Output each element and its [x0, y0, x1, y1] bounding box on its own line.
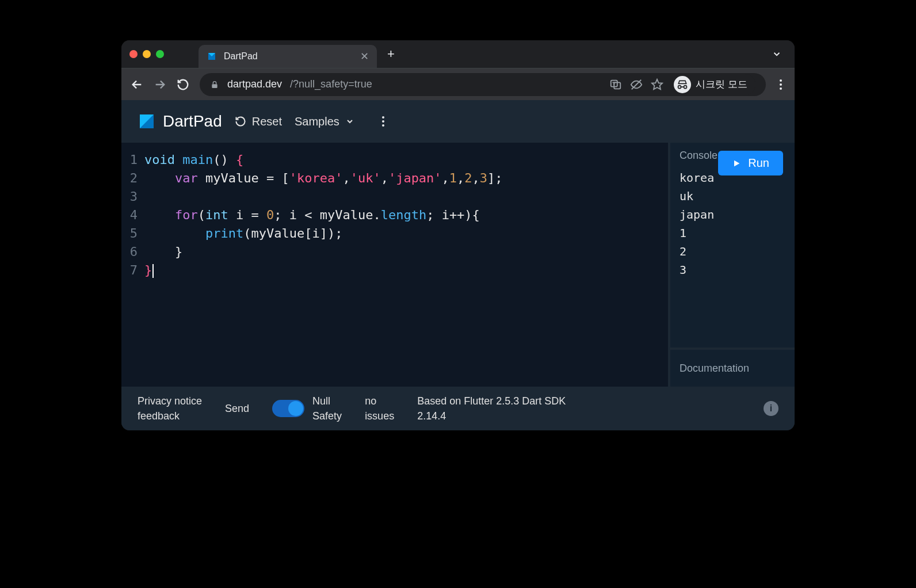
side-panels: Console koreaukjapan123 Documentation — [668, 143, 795, 387]
dart-logo-icon — [138, 112, 156, 131]
code-line[interactable]: 2 var myValue = ['korea','uk','japan',1,… — [121, 169, 668, 188]
samples-label: Samples — [295, 115, 339, 128]
browser-menu-button[interactable] — [776, 79, 785, 90]
lock-icon — [210, 80, 219, 89]
close-tab-icon[interactable]: ✕ — [360, 50, 369, 63]
code-line[interactable]: 6 } — [121, 243, 668, 261]
app-menu-button[interactable] — [379, 116, 388, 127]
close-window-button[interactable] — [129, 50, 138, 58]
status-bar: Privacy notice feedback Send Null Safety… — [121, 387, 795, 430]
code-line[interactable]: 3 — [121, 188, 668, 206]
send-feedback-link[interactable]: Send — [225, 401, 249, 416]
code-content[interactable]: void main() { — [144, 151, 243, 169]
toggle-switch[interactable] — [272, 400, 304, 417]
url-path: /?null_safety=true — [290, 78, 372, 90]
incognito-indicator[interactable]: 시크릿 모드 — [671, 74, 755, 96]
issues-indicator[interactable]: no issues — [365, 394, 394, 423]
code-line[interactable]: 7} — [121, 261, 668, 280]
code-line[interactable]: 1void main() { — [121, 151, 668, 169]
documentation-header: Documentation — [670, 356, 758, 381]
documentation-panel[interactable]: Documentation — [670, 350, 795, 387]
run-button[interactable]: Run — [718, 151, 783, 175]
svg-marker-8 — [652, 79, 662, 89]
console-line: 1 — [680, 224, 785, 242]
main-area: 1void main() {2 var myValue = ['korea','… — [121, 143, 795, 387]
null-safety-toggle[interactable]: Null Safety — [272, 394, 342, 423]
incognito-icon — [674, 76, 691, 93]
dart-favicon-icon — [207, 51, 217, 62]
tab-overflow-icon[interactable] — [772, 49, 782, 59]
minimize-window-button[interactable] — [143, 50, 151, 58]
app-title: DartPad — [163, 112, 222, 131]
line-number: 4 — [121, 206, 144, 224]
reload-button[interactable] — [177, 78, 189, 91]
console-line: 2 — [680, 242, 785, 261]
line-number: 6 — [121, 243, 144, 261]
console-line: uk — [680, 187, 785, 205]
code-content[interactable]: } — [144, 243, 182, 261]
browser-tab-strip: DartPad ✕ + — [121, 40, 795, 68]
samples-dropdown[interactable]: Samples — [295, 115, 354, 128]
line-number: 5 — [121, 224, 144, 243]
back-button[interactable] — [131, 78, 143, 91]
code-content[interactable]: for(int i = 0; i < myValue.length; i++){ — [144, 206, 480, 224]
svg-rect-4 — [212, 84, 217, 88]
line-number: 3 — [121, 188, 144, 206]
line-number: 1 — [121, 151, 144, 169]
console-line: japan — [680, 205, 785, 224]
line-number: 2 — [121, 169, 144, 188]
code-content[interactable]: } — [144, 261, 154, 280]
browser-tab[interactable]: DartPad ✕ — [199, 45, 377, 68]
run-label: Run — [748, 156, 769, 170]
code-content[interactable]: var myValue = ['korea','uk','japan',1,2,… — [144, 169, 503, 188]
privacy-link[interactable]: Privacy notice feedback — [138, 394, 202, 423]
reset-button[interactable]: Reset — [235, 115, 282, 128]
window-controls — [129, 50, 164, 58]
chevron-down-icon — [345, 117, 354, 126]
reset-label: Reset — [252, 115, 282, 128]
browser-address-bar: dartpad.dev/?null_safety=true 시크릿 모드 — [121, 68, 795, 100]
translate-icon[interactable] — [609, 78, 622, 91]
reload-icon — [235, 116, 246, 127]
eye-off-icon[interactable] — [630, 78, 643, 91]
forward-button[interactable] — [154, 78, 166, 91]
console-output: koreaukjapan123 — [670, 169, 795, 287]
line-number: 7 — [121, 261, 144, 280]
version-info: Based on Flutter 2.5.3 Dart SDK 2.14.4 — [417, 394, 566, 423]
code-content[interactable]: print(myValue[i]); — [144, 224, 342, 243]
bookmark-star-icon[interactable] — [651, 78, 663, 91]
svg-marker-11 — [734, 160, 739, 166]
url-input[interactable]: dartpad.dev/?null_safety=true 시크릿 모드 — [200, 73, 766, 96]
app-logo[interactable]: DartPad — [138, 112, 222, 131]
code-line[interactable]: 5 print(myValue[i]); — [121, 224, 668, 243]
play-icon — [732, 159, 741, 168]
maximize-window-button[interactable] — [156, 50, 164, 58]
new-tab-button[interactable]: + — [387, 47, 395, 62]
incognito-label: 시크릿 모드 — [696, 78, 747, 91]
code-line[interactable]: 4 for(int i = 0; i < myValue.length; i++… — [121, 206, 668, 224]
browser-window: DartPad ✕ + dartpad.dev/?null_safety=tru… — [121, 40, 795, 430]
console-line: 3 — [680, 261, 785, 279]
app-toolbar: DartPad Reset Samples — [121, 100, 795, 143]
code-editor[interactable]: 1void main() {2 var myValue = ['korea','… — [121, 143, 668, 387]
tab-title: DartPad — [224, 51, 353, 62]
info-icon[interactable]: i — [764, 401, 778, 416]
url-host: dartpad.dev — [227, 78, 282, 90]
